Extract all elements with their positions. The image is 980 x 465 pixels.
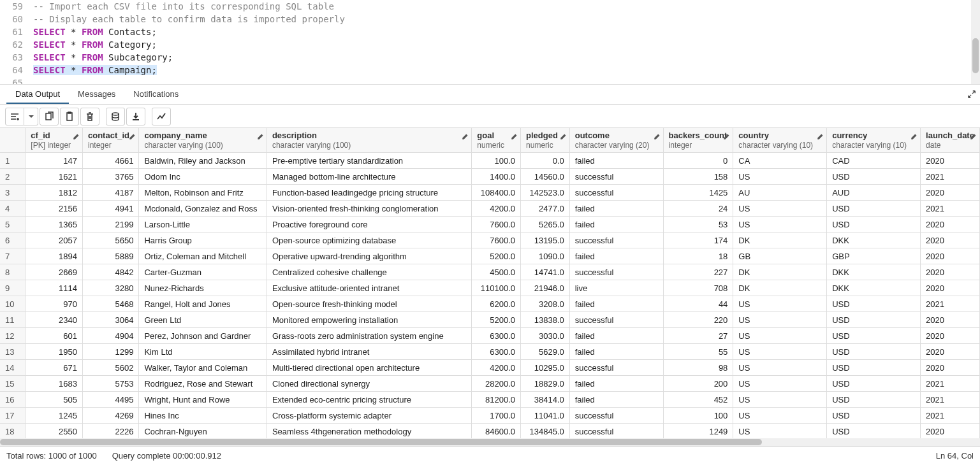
cell[interactable]: failed	[569, 344, 663, 360]
cell[interactable]: Cochran-Nguyen	[139, 424, 267, 439]
cell[interactable]: 3280	[82, 280, 138, 296]
cell[interactable]: 2021	[921, 408, 980, 424]
cell[interactable]: 4500.0	[472, 264, 521, 280]
cell[interactable]: Odom Inc	[139, 169, 267, 185]
cell[interactable]: USD	[827, 201, 921, 217]
cell[interactable]: 0	[663, 153, 733, 169]
cell[interactable]: 1621	[26, 169, 83, 185]
table-row[interactable]: 826694842Carter-GuzmanCentralized cohesi…	[0, 264, 980, 280]
cell[interactable]: Wright, Hunt and Rowe	[139, 392, 267, 408]
download-button[interactable]	[126, 108, 145, 125]
row-number[interactable]: 2	[0, 169, 26, 185]
cell[interactable]: 4842	[82, 264, 138, 280]
table-row[interactable]: 718945889Ortiz, Coleman and MitchellOper…	[0, 248, 980, 264]
tab-messages[interactable]: Messages	[69, 85, 124, 104]
cell[interactable]: 2669	[26, 264, 83, 280]
cell[interactable]: Rodriguez, Rose and Stewart	[139, 376, 267, 392]
cell[interactable]: Operative upward-trending algorithm	[267, 248, 471, 264]
cell[interactable]: Rangel, Holt and Jones	[139, 296, 267, 312]
cell[interactable]: 3765	[82, 169, 138, 185]
cell[interactable]: DK	[733, 232, 827, 248]
cell[interactable]: 0.0	[521, 153, 570, 169]
cell[interactable]: 6300.0	[472, 328, 521, 344]
cell[interactable]: USD	[827, 296, 921, 312]
edit-column-icon[interactable]	[653, 133, 661, 143]
cell[interactable]: 601	[26, 328, 83, 344]
cell[interactable]: 158	[663, 169, 733, 185]
cell[interactable]: USD	[827, 424, 921, 439]
cell[interactable]: 38414.0	[521, 392, 570, 408]
cell[interactable]: 134845.0	[521, 424, 570, 439]
edit-column-icon[interactable]	[510, 133, 518, 143]
cell[interactable]: failed	[569, 392, 663, 408]
cell[interactable]: US	[733, 408, 827, 424]
cell[interactable]: 2020	[921, 344, 980, 360]
cell[interactable]: 14741.0	[521, 264, 570, 280]
cell[interactable]: 2020	[921, 248, 980, 264]
cell[interactable]: Function-based leadingedge pricing struc…	[267, 185, 471, 201]
cell[interactable]: 18829.0	[521, 376, 570, 392]
cell[interactable]: 44	[663, 296, 733, 312]
edit-column-icon[interactable]	[722, 133, 730, 143]
cell[interactable]: Open-source fresh-thinking model	[267, 296, 471, 312]
cell[interactable]: 2020	[921, 217, 980, 232]
cell[interactable]: 1114	[26, 280, 83, 296]
cell[interactable]: successful	[569, 264, 663, 280]
cell[interactable]: failed	[569, 376, 663, 392]
cell[interactable]: 2021	[921, 169, 980, 185]
cell[interactable]: 2020	[921, 264, 980, 280]
cell[interactable]: 2156	[26, 201, 83, 217]
cell[interactable]: US	[733, 296, 827, 312]
cell[interactable]: DK	[733, 280, 827, 296]
table-row[interactable]: 1516835753Rodriguez, Rose and StewartClo…	[0, 376, 980, 392]
row-number[interactable]: 17	[0, 408, 26, 424]
tab-notifications[interactable]: Notifications	[124, 85, 187, 104]
expand-panel-icon[interactable]	[967, 90, 976, 101]
cell[interactable]: 6300.0	[472, 344, 521, 360]
column-header-country[interactable]: countrycharacter varying (10)	[733, 128, 827, 153]
cell[interactable]: live	[569, 280, 663, 296]
cell[interactable]: USD	[827, 169, 921, 185]
cell[interactable]: Kim Ltd	[139, 344, 267, 360]
cell[interactable]: 28200.0	[472, 376, 521, 392]
cell[interactable]: failed	[569, 153, 663, 169]
table-row[interactable]: 513652199Larson-LittleProactive foregrou…	[0, 217, 980, 232]
cell[interactable]: 2020	[921, 328, 980, 344]
cell[interactable]: 1090.0	[521, 248, 570, 264]
cell[interactable]: 3208.0	[521, 296, 570, 312]
edit-column-icon[interactable]	[72, 133, 80, 143]
cell[interactable]: USD	[827, 312, 921, 328]
cell[interactable]: 27	[663, 328, 733, 344]
table-row[interactable]: 1825502226Cochran-NguyenSeamless 4thgene…	[0, 424, 980, 439]
cell[interactable]: failed	[569, 201, 663, 217]
cell[interactable]: 100	[663, 408, 733, 424]
cell[interactable]: 2550	[26, 424, 83, 439]
cell[interactable]: 110100.0	[472, 280, 521, 296]
cell[interactable]: successful	[569, 232, 663, 248]
cell[interactable]: Carter-Guzman	[139, 264, 267, 280]
cell[interactable]: Melton, Robinson and Fritz	[139, 185, 267, 201]
cell[interactable]: Centralized cohesive challenge	[267, 264, 471, 280]
cell[interactable]: successful	[569, 169, 663, 185]
cell[interactable]: CA	[733, 153, 827, 169]
cell[interactable]: Extended eco-centric pricing structure	[267, 392, 471, 408]
cell[interactable]: 4661	[82, 153, 138, 169]
tab-data-output[interactable]: Data Output	[6, 85, 69, 104]
cell[interactable]: 21946.0	[521, 280, 570, 296]
cell[interactable]: Hines Inc	[139, 408, 267, 424]
cell[interactable]: Exclusive attitude-oriented intranet	[267, 280, 471, 296]
cell[interactable]: 970	[26, 296, 83, 312]
edit-column-icon[interactable]	[256, 133, 264, 143]
cell[interactable]: 2226	[82, 424, 138, 439]
cell[interactable]: USD	[827, 376, 921, 392]
cell[interactable]: 4200.0	[472, 201, 521, 217]
cell[interactable]: 4941	[82, 201, 138, 217]
cell[interactable]: 3030.0	[521, 328, 570, 344]
cell[interactable]: 2021	[921, 201, 980, 217]
column-header-company_name[interactable]: company_namecharacter varying (100)	[139, 128, 267, 153]
cell[interactable]: Cross-platform systemic adapter	[267, 408, 471, 424]
cell[interactable]: 4187	[82, 185, 138, 201]
cell[interactable]: 2340	[26, 312, 83, 328]
cell[interactable]: 5265.0	[521, 217, 570, 232]
cell[interactable]: 4904	[82, 328, 138, 344]
